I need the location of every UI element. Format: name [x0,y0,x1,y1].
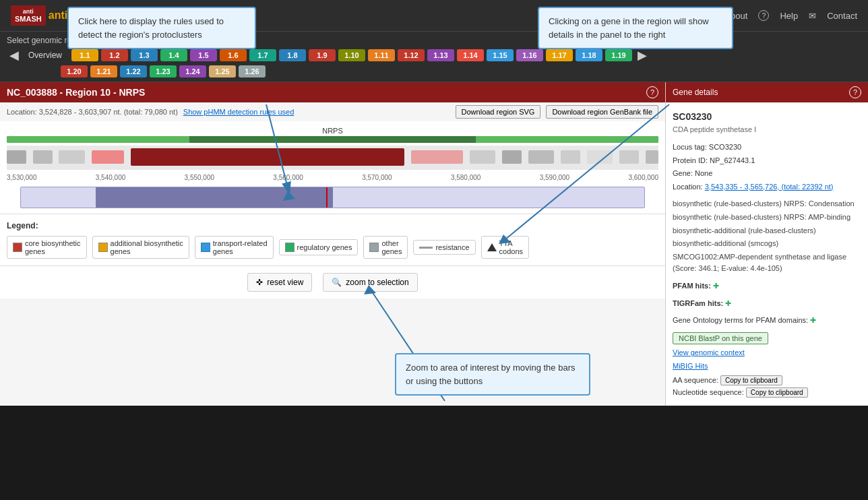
biosyn-tag-4: SMCOG1002:AMP-dependent synthetase and l… [673,251,861,275]
gene-red-1[interactable] [92,150,124,164]
go-add-icon: ✚ [810,316,816,324]
region-tab-1-19[interactable]: 1.19 [605,49,632,61]
gene-gray-5[interactable] [502,150,522,164]
zoom-selection-button[interactable]: 🔍 zoom to selection [323,273,417,292]
region-tab-1-9[interactable]: 1.9 [309,49,336,61]
reset-icon: ✜ [256,278,263,287]
region-location: Location: 3,524,828 - 3,603,907 nt. (tot… [7,108,178,116]
legend-additional-color [98,243,108,252]
ruler-tick-3: 3,550,000 [185,174,215,181]
region-tab-1-11[interactable]: 1.11 [368,49,395,61]
aa-copy-button[interactable]: Copy to clipboard [720,375,782,385]
gene-gray-2[interactable] [33,150,53,164]
region-tab-1-13[interactable]: 1.13 [427,49,454,61]
region-tab-1-6[interactable]: 1.6 [220,49,247,61]
region-tab-1-18[interactable]: 1.18 [576,49,602,61]
legend-other-label: othergenes [381,239,402,255]
go-section: Gene Ontology terms for PFAM domains: ✚ [673,315,861,327]
zoom-view[interactable] [20,187,645,208]
gene-details-header: Gene details ? [666,82,868,102]
next-region-button[interactable]: ▶ [635,48,650,63]
gene-gray-6[interactable] [528,150,555,164]
legend-other: othergenes [363,236,408,259]
help-label: Help [780,11,798,21]
legend-resistance: resistance [413,240,475,255]
gene-gray-8[interactable] [587,150,613,164]
region-tab-1-12[interactable]: 1.12 [398,49,425,61]
reset-view-button[interactable]: ✜ reset view [247,273,312,292]
region-tab-1-16[interactable]: 1.16 [516,49,543,61]
overview-tab[interactable]: Overview [24,49,66,61]
region-tab-1-4[interactable]: 1.4 [160,49,187,61]
gene-gray-10[interactable] [646,150,658,164]
gene-additional-1[interactable] [411,150,463,164]
legend-transport: transport-relatedgenes [195,236,274,259]
region-tabs-row1: ◀ Overview 1.1 1.2 1.3 1.4 1.5 1.6 1.7 1… [7,48,861,63]
gene-gray-9[interactable] [619,150,639,164]
region-tab-1-5[interactable]: 1.5 [190,49,217,61]
region-tab-1-23[interactable]: 1.23 [150,65,177,77]
ruler-tick-5: 3,570,000 [362,174,392,181]
download-genbank-button[interactable]: Download region GenBank file [546,105,658,119]
mibig-section: MiBIG Hits [673,361,861,373]
legend-regulatory-label: regulatory genes [297,243,352,251]
region-tab-1-22[interactable]: 1.22 [120,65,147,77]
nt-seq-section: Nucleotide sequence: Copy to clipboard [673,387,861,399]
ruler-tick-4: 3,560,000 [273,174,303,181]
region-tab-1-8[interactable]: 1.8 [279,49,306,61]
legend-items: core biosyntheticgenes additional biosyn… [7,236,658,259]
region-help-button[interactable]: ? [646,86,658,98]
location-value[interactable]: 3,543,335 - 3,565,726, (total: 22392 nt) [705,183,834,191]
tigrfam-section: TIGRFam hits: ✚ [673,298,861,310]
region-tab-1-15[interactable]: 1.15 [487,49,514,61]
gene-gray-1[interactable] [7,150,26,164]
gene-gray-7[interactable] [561,150,580,164]
region-tab-1-26[interactable]: 1.26 [239,65,266,77]
prev-region-button[interactable]: ◀ [7,48,22,63]
go-label: Gene Ontology terms for PFAM domains: [673,316,808,324]
mibig-link[interactable]: MiBIG Hits [673,361,861,373]
help-link[interactable]: Help [780,11,798,21]
gene-details-help-button[interactable]: ? [849,86,861,98]
ncbi-blast-button[interactable]: NCBI BlastP on this gene [673,332,768,344]
nt-copy-button[interactable]: Copy to clipboard [746,387,808,398]
gene-gray-4[interactable] [470,150,496,164]
tooltip-bottom-text: Zoom to area of interest by moving the b… [406,363,575,386]
region-tab-1-7[interactable]: 1.7 [249,49,276,61]
region-tabs-row2: 1.20 1.21 1.22 1.23 1.24 1.25 1.26 [7,65,861,77]
contact-link[interactable]: Contact [827,11,857,21]
region-tab-1-10[interactable]: 1.10 [338,49,365,61]
view-genomic-link[interactable]: View genomic context [673,347,861,359]
gene-id: SC03230 [673,109,861,124]
legend-regulatory: regulatory genes [279,239,359,255]
download-svg-button[interactable]: Download region SVG [456,105,541,119]
region-info: Location: 3,524,828 - 3,603,907 nt. (tot… [0,102,665,121]
legend-regulatory-color [285,243,294,252]
region-tab-1-25[interactable]: 1.25 [209,65,236,77]
gene-core-main[interactable] [131,148,404,166]
pfam-section: PFAM hits: ✚ [673,280,861,292]
action-buttons: ✜ reset view 🔍 zoom to selection [0,265,665,299]
region-title: NC_003888 - Region 10 - NRPS [7,87,145,98]
legend-additional-label: additional biosyntheticgenes [111,239,183,255]
gene-gray-3[interactable] [59,150,85,164]
gene-details-content: SC03230 CDA peptide synthetase I Locus t… [666,102,868,406]
tooltip-bottom: Zoom to area of interest by moving the b… [395,353,590,396]
region-tab-1-21[interactable]: 1.21 [90,65,117,77]
region-tab-1-24[interactable]: 1.24 [179,65,206,77]
region-tab-1-2[interactable]: 1.2 [101,49,128,61]
zoom-selection [96,187,333,208]
ncbi-blast-section[interactable]: NCBI BlastP on this gene [673,332,861,345]
biosyn-tag-0: biosynthetic (rule-based-clusters) NRPS:… [673,198,861,210]
region-tab-1-1[interactable]: 1.1 [71,49,98,61]
region-tab-1-17[interactable]: 1.17 [546,49,573,61]
legend-core-label: core biosyntheticgenes [25,239,81,255]
tigrfam-add-icon: ✚ [725,299,731,307]
legend-tta: TTAcodons [481,236,529,259]
aa-seq-section: AA sequence: Copy to clipboard [673,375,861,387]
region-tab-1-20[interactable]: 1.20 [61,65,88,77]
show-rules-link[interactable]: Show pHMM detection rules used [183,108,294,116]
region-tab-1-14[interactable]: 1.14 [457,49,484,61]
region-tab-1-3[interactable]: 1.3 [131,49,158,61]
pfam-label: PFAM hits: [673,282,713,290]
